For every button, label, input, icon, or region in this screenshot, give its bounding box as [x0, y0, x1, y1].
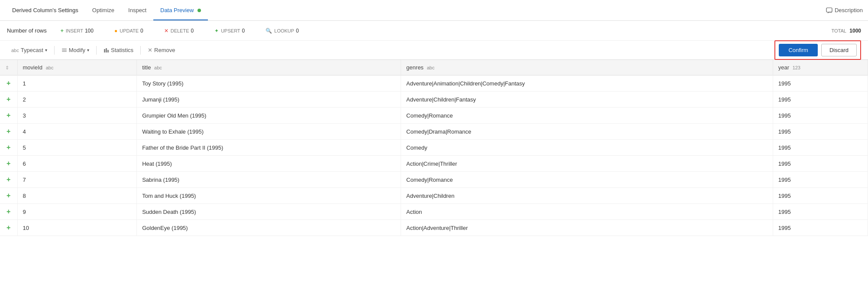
col-header-sort[interactable]: ⇕	[0, 60, 17, 75]
confirm-button[interactable]: Confirm	[779, 44, 818, 56]
cell-genres: Comedy	[401, 140, 773, 156]
total-stat: TOTAL 1000	[832, 28, 861, 34]
cell-title: Father of the Bride Part II (1995)	[137, 140, 401, 156]
svg-rect-6	[107, 50, 109, 52]
cell-year: 1995	[773, 156, 868, 172]
rows-label: Number of rows	[7, 27, 47, 34]
table-row: + 9 Sudden Death (1995) Action 1995	[0, 204, 868, 220]
cell-year: 1995	[773, 124, 868, 140]
confirm-area: Confirm Discard	[774, 40, 861, 60]
col-header-genres[interactable]: genres abc	[401, 60, 773, 75]
row-add-button[interactable]: +	[0, 172, 17, 188]
svg-rect-4	[104, 49, 105, 52]
table-row: + 4 Waiting to Exhale (1995) Comedy|Dram…	[0, 124, 868, 140]
modify-icon	[62, 47, 67, 53]
update-stat: ● UPDATE 0	[114, 28, 143, 34]
row-add-button[interactable]: +	[0, 140, 17, 156]
cell-year: 1995	[773, 140, 868, 156]
cell-movieid: 6	[17, 156, 137, 172]
data-preview-dot	[198, 9, 201, 12]
statistics-button[interactable]: Statistics	[99, 45, 138, 55]
delete-stat: ✕ DELETE 0	[164, 28, 194, 34]
toolbar: abc Typecast ▾ Modify ▾ Statistics ✕ Rem…	[0, 41, 868, 60]
svg-rect-0	[826, 8, 832, 12]
typecast-chevron-icon: ▾	[45, 48, 47, 52]
svg-rect-1	[62, 49, 67, 49]
svg-rect-3	[62, 51, 67, 52]
cell-title: Sabrina (1995)	[137, 172, 401, 188]
stats-bar: Number of rows + INSERT 100 ● UPDATE 0 ✕…	[0, 21, 868, 41]
movieid-type-badge: abc	[46, 65, 54, 70]
row-add-button[interactable]: +	[0, 156, 17, 172]
row-add-button[interactable]: +	[0, 220, 17, 236]
row-add-button[interactable]: +	[0, 188, 17, 204]
tab-data-preview[interactable]: Data Preview	[153, 1, 208, 20]
row-add-button[interactable]: +	[0, 75, 17, 92]
tab-derived-settings[interactable]: Derived Column's Settings	[5, 1, 85, 20]
cell-title: Tom and Huck (1995)	[137, 188, 401, 204]
cell-movieid: 9	[17, 204, 137, 220]
table-row: + 1 Toy Story (1995) Adventure|Animation…	[0, 75, 868, 92]
discard-button[interactable]: Discard	[821, 44, 857, 56]
year-type-badge: 123	[793, 65, 800, 70]
cell-title: Toy Story (1995)	[137, 75, 401, 92]
col-header-movieid[interactable]: movieId abc	[17, 60, 137, 75]
table-row: + 8 Tom and Huck (1995) Adventure|Childr…	[0, 188, 868, 204]
lookup-stat: 🔍 LOOKUP 0	[266, 28, 299, 34]
cell-movieid: 4	[17, 124, 137, 140]
insert-icon: +	[61, 28, 64, 34]
cell-movieid: 7	[17, 172, 137, 188]
col-header-title[interactable]: title abc	[137, 60, 401, 75]
remove-x-icon: ✕	[148, 47, 152, 53]
typecast-prefix: abc	[11, 48, 19, 53]
toolbar-sep-2	[96, 46, 97, 55]
table-body: + 1 Toy Story (1995) Adventure|Animation…	[0, 75, 868, 236]
cell-year: 1995	[773, 172, 868, 188]
svg-rect-2	[62, 50, 67, 50]
table-header-row: ⇕ movieId abc title abc genres abc year …	[0, 60, 868, 75]
modify-button[interactable]: Modify ▾	[57, 45, 94, 55]
lookup-icon: 🔍	[266, 28, 272, 34]
toolbar-sep-3	[140, 46, 141, 55]
cell-genres: Adventure|Children|Fantasy	[401, 92, 773, 108]
cell-title: Heat (1995)	[137, 156, 401, 172]
row-add-button[interactable]: +	[0, 124, 17, 140]
cell-title: Sudden Death (1995)	[137, 204, 401, 220]
cell-genres: Comedy|Romance	[401, 172, 773, 188]
genres-type-badge: abc	[427, 65, 434, 70]
cell-title: GoldenEye (1995)	[137, 220, 401, 236]
delete-icon: ✕	[164, 28, 168, 34]
cell-title: Waiting to Exhale (1995)	[137, 124, 401, 140]
toolbar-sep-1	[54, 46, 55, 55]
remove-button[interactable]: ✕ Remove	[143, 45, 179, 55]
cell-genres: Comedy|Drama|Romance	[401, 124, 773, 140]
cell-title: Jumanji (1995)	[137, 92, 401, 108]
svg-rect-5	[106, 48, 107, 52]
cell-movieid: 3	[17, 108, 137, 124]
cell-genres: Comedy|Romance	[401, 108, 773, 124]
cell-genres: Adventure|Children	[401, 188, 773, 204]
row-add-button[interactable]: +	[0, 108, 17, 124]
row-add-button[interactable]: +	[0, 204, 17, 220]
description-button[interactable]: Description	[826, 7, 863, 14]
cell-title: Grumpier Old Men (1995)	[137, 108, 401, 124]
tab-optimize[interactable]: Optimize	[85, 1, 121, 20]
typecast-button[interactable]: abc Typecast ▾	[7, 45, 52, 55]
cell-movieid: 1	[17, 75, 137, 92]
sort-icon: ⇕	[5, 65, 9, 71]
update-icon: ●	[114, 28, 117, 34]
cell-year: 1995	[773, 188, 868, 204]
chat-icon	[826, 7, 833, 14]
table-row: + 10 GoldenEye (1995) Action|Adventure|T…	[0, 220, 868, 236]
table-row: + 2 Jumanji (1995) Adventure|Children|Fa…	[0, 92, 868, 108]
tab-inspect[interactable]: Inspect	[121, 1, 153, 20]
title-type-badge: abc	[154, 65, 162, 70]
col-header-year[interactable]: year 123	[773, 60, 868, 75]
cell-year: 1995	[773, 204, 868, 220]
cell-year: 1995	[773, 108, 868, 124]
cell-genres: Adventure|Animation|Children|Comedy|Fant…	[401, 75, 773, 92]
row-add-button[interactable]: +	[0, 92, 17, 108]
statistics-icon	[104, 47, 109, 53]
cell-movieid: 10	[17, 220, 137, 236]
insert-stat: + INSERT 100	[61, 28, 94, 34]
